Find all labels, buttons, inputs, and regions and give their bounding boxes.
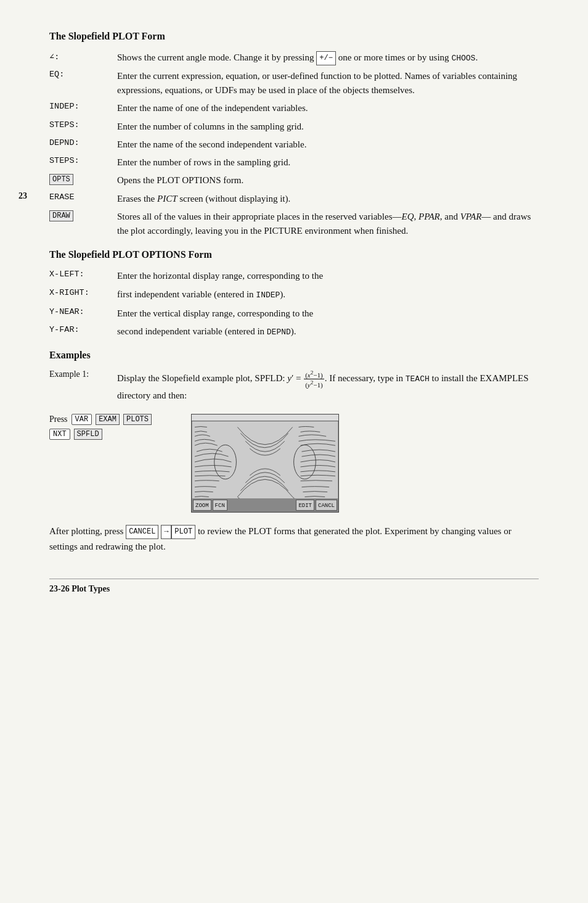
desc-steps1: Enter the number of columns in the sampl…: [117, 120, 539, 134]
var-key[interactable]: VAR: [71, 414, 92, 425]
desc-xleft: Enter the horizontal display range, corr…: [117, 269, 539, 283]
def-row-xright: X-RIGHT: first independent variable (ent…: [49, 287, 539, 302]
nxt-key[interactable]: NXT: [49, 429, 70, 440]
press-line2: NXT SPFLD: [49, 429, 173, 440]
plot-svg: [192, 414, 338, 512]
math-fraction: (x2−1) (y2−1): [304, 369, 324, 389]
menu-opts[interactable]: OPTS: [49, 174, 73, 185]
section1-table: ∠: Shows the current angle mode. Change …: [49, 51, 539, 238]
plot-toolbar: ZOOM FCN EDIT CANCL: [192, 498, 338, 512]
term-xleft: X-LEFT:: [49, 269, 117, 279]
exam-menu[interactable]: EXAM: [96, 414, 120, 425]
term-depnd: DEPND:: [49, 138, 117, 147]
menu-draw[interactable]: DRAW: [49, 210, 73, 221]
section1-title: The Slopefield PLOT Form: [49, 31, 539, 42]
svg-rect-0: [192, 421, 338, 506]
plot-key[interactable]: PLOT: [171, 525, 195, 539]
edit-btn[interactable]: EDIT: [296, 500, 314, 511]
plots-menu[interactable]: PLOTS: [123, 414, 152, 425]
desc-xright: first independent variable (entered in I…: [117, 287, 539, 302]
examples-title: Examples: [49, 350, 539, 361]
spfld-menu[interactable]: SPFLD: [74, 429, 102, 440]
footer-label: 23-26 Plot Types: [49, 579, 539, 594]
def-row-draw: DRAW Stores all of the values in their a…: [49, 210, 539, 239]
desc-angle: Shows the current angle mode. Change it …: [117, 51, 539, 65]
code-choos: CHOOS: [451, 54, 475, 63]
def-row-xleft: X-LEFT: Enter the horizontal display ran…: [49, 269, 539, 283]
term-eq: EQ:: [49, 69, 117, 79]
desc-opts: Opens the PLOT OPTIONS form.: [117, 173, 539, 188]
section2-title: The Slopefield PLOT OPTIONS Form: [49, 249, 539, 260]
def-row-ynear: Y-NEAR: Enter the vertical display range…: [49, 307, 539, 321]
def-row-angle: ∠: Shows the current angle mode. Change …: [49, 51, 539, 65]
press-commands: Press VAR EXAM PLOTS NXT SPFLD: [49, 414, 173, 440]
desc-steps2: Enter the number of rows in the sampling…: [117, 155, 539, 170]
cancel-key[interactable]: CANCEL: [126, 525, 158, 539]
desc-draw: Stores all of the values in their approp…: [117, 210, 539, 239]
desc-depnd: Enter the name of the second independent…: [117, 138, 539, 152]
after-plot-text: After plotting, press CANCEL →PLOT to re…: [49, 524, 539, 554]
term-draw: DRAW: [49, 210, 117, 221]
def-row-depnd: DEPND: Enter the name of the second inde…: [49, 138, 539, 152]
zoom-btn[interactable]: ZOOM: [193, 500, 211, 511]
examples-section: Examples Example 1: Display the Slopefie…: [49, 350, 539, 403]
def-row-opts: OPTS Opens the PLOT OPTIONS form.: [49, 173, 539, 188]
def-row-eq: EQ: Enter the current expression, equati…: [49, 69, 539, 98]
term-opts: OPTS: [49, 173, 117, 185]
page-number: 23: [18, 191, 27, 201]
term-erase: ERASE: [49, 192, 117, 202]
term-angle: ∠:: [49, 51, 117, 62]
term-xright: X-RIGHT:: [49, 287, 117, 297]
term-ynear: Y-NEAR:: [49, 307, 117, 316]
desc-erase: Erases the PICT screen (without displayi…: [117, 192, 539, 206]
term-yfar: Y-FAR:: [49, 324, 117, 334]
def-row-erase: ERASE Erases the PICT screen (without di…: [49, 192, 539, 206]
example1-label: Example 1:: [49, 369, 117, 379]
desc-ynear: Enter the vertical display range, corres…: [117, 307, 539, 321]
def-row-indep: INDEP: Enter the name of one of the inde…: [49, 101, 539, 115]
press-block: Press VAR EXAM PLOTS NXT SPFLD: [49, 414, 539, 513]
example1-row: Example 1: Display the Slopefield exampl…: [49, 369, 539, 403]
section2-table: X-LEFT: Enter the horizontal display ran…: [49, 269, 539, 339]
def-row-steps2: STEPS: Enter the number of rows in the s…: [49, 155, 539, 170]
arrow-key[interactable]: →: [161, 525, 171, 539]
term-indep: INDEP:: [49, 101, 117, 111]
fcn-btn[interactable]: FCN: [213, 500, 227, 511]
plot-display: ZOOM FCN EDIT CANCL: [191, 414, 339, 513]
def-row-yfar: Y-FAR: second independent variable (ente…: [49, 324, 539, 339]
desc-eq: Enter the current expression, equation, …: [117, 69, 539, 98]
def-row-steps1: STEPS: Enter the number of columns in th…: [49, 120, 539, 134]
example1-desc: Display the Slopefield example plot, SPF…: [117, 369, 539, 403]
term-steps1: STEPS:: [49, 120, 117, 130]
desc-indep: Enter the name of one of the independent…: [117, 101, 539, 115]
cancl-btn[interactable]: CANCL: [316, 500, 337, 511]
press-word: Press: [49, 414, 68, 424]
key-plusminus[interactable]: +/−: [316, 51, 336, 65]
press-line1: Press VAR EXAM PLOTS: [49, 414, 173, 425]
term-steps2: STEPS:: [49, 155, 117, 165]
desc-yfar: second independent variable (entered in …: [117, 324, 539, 339]
